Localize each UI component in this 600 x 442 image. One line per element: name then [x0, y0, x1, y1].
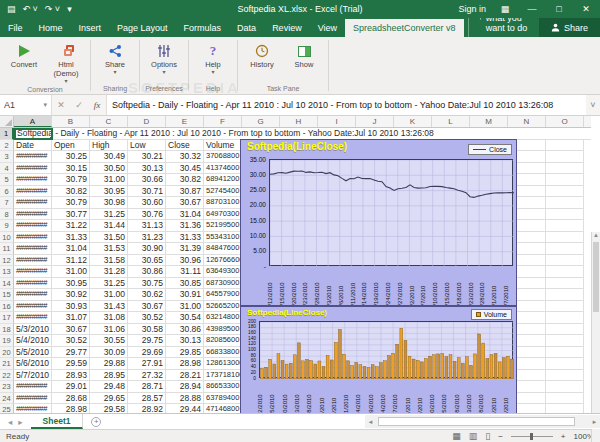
vertical-scrollbar[interactable]: ▲ [591, 232, 600, 442]
grid-cell[interactable]: 30.13 [166, 335, 204, 347]
grid-cell[interactable]: 68730900 [204, 278, 242, 290]
grid-cell[interactable]: 30.91 [166, 289, 204, 301]
grid-cell[interactable]: 28.68 [52, 393, 90, 405]
grid-cell[interactable]: 31.25 [90, 209, 128, 221]
grid-cell[interactable]: 86653300 [204, 381, 242, 393]
volume-bar-chart[interactable]: Softpedia(LineClose) Volume 200180160140… [240, 306, 517, 413]
grid-cell[interactable]: 64970300 [204, 209, 242, 221]
grid-cell[interactable]: 30.60 [128, 197, 166, 209]
select-all-corner[interactable] [0, 116, 14, 127]
grid-cell[interactable]: 31.39 [166, 243, 204, 255]
grid-cell[interactable]: 30.52 [128, 312, 166, 324]
page-break-view-icon[interactable]: ▯ [485, 431, 490, 441]
formula-input[interactable]: Softpedia - Daily - Floating - Apr 11 20… [106, 95, 586, 115]
row-number[interactable]: 12 [0, 255, 14, 267]
grid-cell[interactable]: 5/7/2010 [14, 370, 52, 382]
grid-cell[interactable] [546, 335, 584, 347]
vertical-scroll-thumb[interactable] [593, 242, 599, 312]
row-number[interactable]: 8 [0, 209, 14, 221]
column-header-g[interactable]: G [242, 116, 280, 127]
grid-cell[interactable]: 27.32 [128, 370, 166, 382]
ribbon-display-options-icon[interactable]: ▦ [497, 4, 513, 14]
grid-cell[interactable]: 30.67 [166, 197, 204, 209]
grid-cell[interactable]: 30.79 [52, 174, 90, 186]
convert-button[interactable]: Convert [3, 39, 45, 69]
grid-cell[interactable]: 31.04 [166, 209, 204, 221]
row-number[interactable]: 20 [0, 347, 14, 359]
grid-cell[interactable]: 30.67 [128, 301, 166, 313]
grid-cell[interactable]: 63649300 [204, 266, 242, 278]
grid-cell[interactable]: 30.62 [128, 289, 166, 301]
grid-cell[interactable]: ######## [14, 163, 52, 175]
grid-cell[interactable]: 30.98 [90, 197, 128, 209]
grid-cell[interactable]: 128613000 [204, 358, 242, 370]
grid-cell[interactable]: 5/6/2010 [14, 358, 52, 370]
tab-data[interactable]: Data [229, 19, 264, 37]
grid-cell[interactable]: 30.13 [128, 163, 166, 175]
grid-cell[interactable] [546, 243, 584, 255]
grid-cell[interactable] [546, 163, 584, 175]
grid-cell[interactable] [546, 151, 584, 163]
grid-cell[interactable]: 29.59 [52, 358, 90, 370]
grid-cell[interactable]: 68941200 [204, 174, 242, 186]
sign-in-link[interactable]: Sign in [458, 4, 486, 14]
grid-cell[interactable]: 30.49 [90, 151, 128, 163]
column-header-f[interactable]: F [204, 116, 242, 127]
grid-cell[interactable]: ######## [14, 312, 52, 324]
grid-cell[interactable]: 31.11 [166, 266, 204, 278]
row-number[interactable]: 16 [0, 301, 14, 313]
row-number[interactable]: 6 [0, 186, 14, 198]
column-header-m[interactable]: M [470, 116, 508, 127]
grid-cell[interactable]: 5/4/2010 [14, 335, 52, 347]
grid-cell[interactable]: 30.77 [52, 209, 90, 221]
grid-cell[interactable]: 31.22 [52, 220, 90, 232]
scroll-right-icon[interactable]: ► [589, 419, 600, 425]
sheet-nav-left-icon[interactable]: ◂ [8, 417, 12, 427]
grid-cell[interactable]: 30.95 [52, 278, 90, 290]
grid-cell[interactable]: 30.86 [128, 266, 166, 278]
redo-icon[interactable]: ↷ ˅ [45, 0, 60, 18]
grid-cell[interactable]: 37068800 [204, 151, 242, 163]
tab-review[interactable]: Review [264, 19, 310, 37]
grid-cell[interactable] [546, 266, 584, 278]
grid-cell[interactable]: 30.15 [52, 163, 90, 175]
column-header-o[interactable]: O [546, 116, 584, 127]
grid-cell[interactable]: 88703100 [204, 197, 242, 209]
grid-cell[interactable]: 52745400 [204, 186, 242, 198]
tab-view[interactable]: View [310, 19, 345, 37]
grid-cell[interactable]: ######## [14, 255, 52, 267]
grid-cell[interactable]: 66833800 [204, 347, 242, 359]
grid-cell[interactable]: ######## [14, 151, 52, 163]
name-box-caret-icon[interactable]: ▾ [43, 101, 47, 109]
minimize-button[interactable]: — [524, 4, 540, 14]
grid-cell[interactable] [546, 186, 584, 198]
grid-cell[interactable]: ######## [14, 404, 52, 413]
grid-cell[interactable]: 28.71 [128, 381, 166, 393]
grid-cell[interactable]: 30.92 [52, 289, 90, 301]
grid-cell[interactable]: 30.21 [128, 151, 166, 163]
grid-cell[interactable]: 30.55 [90, 335, 128, 347]
grid-cell[interactable]: 29.44 [166, 404, 204, 413]
grid-cell[interactable]: 31.33 [166, 232, 204, 244]
grid-cell[interactable] [546, 209, 584, 221]
grid-cell[interactable]: 31.00 [90, 289, 128, 301]
close-button[interactable]: ✕ [578, 4, 594, 14]
row-number[interactable]: 25 [0, 404, 14, 413]
close-line-chart[interactable]: Softpedia(LineClose) Close 35.0030.0025.… [240, 139, 517, 306]
column-header-d[interactable]: D [128, 116, 166, 127]
zoom-slider-thumb[interactable] [530, 433, 533, 440]
grid-cell[interactable]: 55343100 [204, 232, 242, 244]
row-number[interactable]: 11 [0, 243, 14, 255]
tab-spreadsheetconverter-v8[interactable]: SpreadsheetConverter v8 [345, 19, 464, 37]
grid-cell[interactable] [546, 174, 584, 186]
row-number[interactable]: 5 [0, 174, 14, 186]
grid-cell[interactable]: 28.98 [52, 404, 90, 413]
header-cell-date[interactable]: Date [14, 140, 52, 152]
grid-cell[interactable]: 29.69 [128, 347, 166, 359]
grid-cell[interactable]: 43989500 [204, 324, 242, 336]
grid-cell[interactable]: 82085600 [204, 335, 242, 347]
row-number[interactable]: 7 [0, 197, 14, 209]
grid-cell[interactable]: 30.96 [166, 255, 204, 267]
grid-cell[interactable] [546, 232, 584, 244]
options-button[interactable]: Options ▾ [143, 39, 185, 76]
